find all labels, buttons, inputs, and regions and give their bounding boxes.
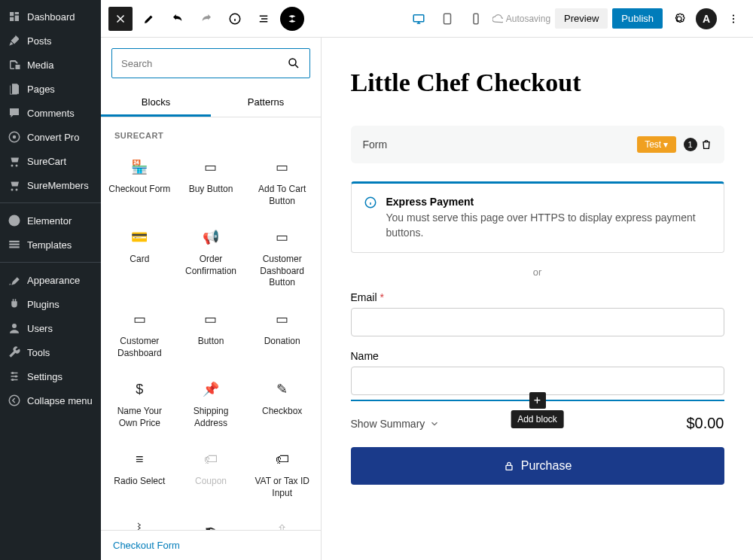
cart-badge[interactable]: 1	[684, 138, 712, 151]
sidebar-item-dashboard[interactable]: Dashboard	[0, 5, 101, 29]
preview-button[interactable]: Preview	[555, 8, 608, 29]
sidebar-label: Appearance	[27, 275, 80, 286]
add-block-button[interactable]: +	[529, 392, 546, 409]
search-input[interactable]	[121, 58, 287, 69]
block-name-your-own-price[interactable]: $Name Your Own Price	[104, 370, 175, 440]
email-field[interactable]	[351, 308, 724, 336]
block-icon: ▭	[202, 158, 220, 176]
block-checkbox[interactable]: ✎Checkbox	[246, 370, 318, 440]
mobile-view-icon[interactable]	[464, 7, 488, 31]
info-button[interactable]	[223, 7, 247, 31]
sidebar-item-templates[interactable]: Templates	[0, 233, 101, 257]
sidebar-item-pages[interactable]: Pages	[0, 77, 101, 101]
settings-icon[interactable]	[667, 7, 691, 31]
more-options-icon[interactable]	[721, 7, 745, 31]
block-customer-dashboard[interactable]: ▭Customer Dashboard	[104, 300, 175, 370]
breadcrumb[interactable]: Checkout Form	[101, 530, 321, 560]
tab-patterns[interactable]: Patterns	[211, 89, 321, 117]
or-divider: or	[351, 266, 724, 278]
sidebar-label: Collapse menu	[27, 395, 93, 406]
block-label: Name Your Own Price	[107, 406, 172, 429]
block-checkout-form[interactable]: 🏪Checkout Form	[104, 148, 175, 218]
express-text: You must serve this page over HTTPS to d…	[386, 210, 712, 241]
wp-admin-sidebar: Dashboard Posts Media Pages Comments Con…	[0, 0, 101, 560]
add-block-tooltip: Add block	[511, 410, 564, 428]
sidebar-item-tools[interactable]: Tools	[0, 340, 101, 364]
autosave-status: Autosaving	[492, 14, 550, 24]
svg-point-1	[13, 135, 17, 139]
block-add-to-cart-button[interactable]: ▭Add To Cart Button	[246, 148, 318, 218]
page-title[interactable]: Little Chef Checkout	[351, 68, 724, 99]
desktop-view-icon[interactable]	[407, 7, 431, 31]
search-icon	[287, 56, 300, 70]
svg-point-6	[11, 379, 14, 381]
astra-icon[interactable]: A	[696, 8, 717, 29]
sidebar-item-suremembers[interactable]: SureMembers	[0, 173, 101, 197]
block-express-payment[interactable]: ⇧Express Payment	[246, 510, 318, 530]
edit-button[interactable]	[137, 7, 161, 31]
sidebar-item-media[interactable]: Media	[0, 53, 101, 77]
purchase-button[interactable]: Purchase	[351, 447, 724, 485]
sidebar-item-collapse[interactable]: Collapse menu	[0, 388, 101, 412]
block-label: Buy Button	[189, 184, 233, 196]
section-surecart: SURECART	[104, 126, 318, 148]
block-customer-dashboard-button[interactable]: ▭Customer Dashboard Button	[246, 218, 318, 300]
block-coupon[interactable]: 🏷Coupon	[175, 440, 247, 510]
block-donation[interactable]: ▭Donation	[246, 300, 318, 370]
sidebar-label: Templates	[27, 239, 72, 251]
block-editor: Autosaving Preview Publish A Blocks Patt…	[101, 0, 753, 560]
block-label: Add To Cart Button	[249, 184, 315, 207]
sidebar-item-posts[interactable]: Posts	[0, 29, 101, 53]
tablet-view-icon[interactable]	[435, 7, 459, 31]
name-field[interactable]	[351, 367, 724, 395]
surecart-icon[interactable]	[280, 7, 304, 31]
tab-blocks[interactable]: Blocks	[101, 89, 211, 117]
sidebar-label: Users	[27, 323, 53, 334]
form-block-header[interactable]: Form Test ▾ 1	[351, 126, 724, 163]
block-divider[interactable]: ⦚Divider	[104, 510, 175, 530]
undo-button[interactable]	[166, 7, 190, 31]
sidebar-item-users[interactable]: Users	[0, 316, 101, 340]
block-email[interactable]: ✒Email	[175, 510, 247, 530]
block-card[interactable]: 💳Card	[104, 218, 175, 300]
show-summary-toggle[interactable]: Show Summary	[351, 418, 441, 430]
block-icon: 📢	[202, 228, 220, 246]
block-button[interactable]: ▭Button	[175, 300, 247, 370]
block-icon: ▭	[273, 310, 291, 328]
block-vat-or-tax-id-input[interactable]: 🏷VAT or Tax ID Input	[246, 440, 318, 510]
block-icon: ≡	[130, 450, 148, 468]
sidebar-item-elementor[interactable]: Elementor	[0, 208, 101, 233]
bag-icon	[700, 138, 712, 151]
sidebar-item-plugins[interactable]: Plugins	[0, 292, 101, 316]
svg-rect-17	[506, 466, 512, 470]
sidebar-item-comments[interactable]: Comments	[0, 101, 101, 125]
search-input-wrapper[interactable]	[111, 48, 310, 78]
sidebar-item-settings[interactable]: Settings	[0, 364, 101, 388]
sidebar-item-appearance[interactable]: Appearance	[0, 268, 101, 292]
svg-point-12	[733, 14, 734, 16]
close-inserter-button[interactable]	[108, 7, 133, 31]
redo-button[interactable]	[194, 7, 218, 31]
sidebar-label: Dashboard	[27, 11, 75, 23]
publish-button[interactable]: Publish	[612, 8, 663, 29]
block-label: Radio Select	[114, 476, 165, 488]
test-mode-button[interactable]: Test ▾	[637, 136, 675, 153]
sidebar-label: Convert Pro	[27, 132, 79, 143]
block-icon: ✎	[273, 380, 291, 398]
block-radio-select[interactable]: ≡Radio Select	[104, 440, 175, 510]
block-order-confirmation[interactable]: 📢Order Confirmation	[175, 218, 247, 300]
sidebar-item-convertpro[interactable]: Convert Pro	[0, 125, 101, 149]
block-shipping-address[interactable]: 📌Shipping Address	[175, 370, 247, 440]
block-icon: 📌	[202, 380, 220, 398]
block-label: Coupon	[195, 476, 227, 488]
block-insertion-point: + Add block	[351, 400, 724, 401]
block-buy-button[interactable]: ▭Buy Button	[175, 148, 247, 218]
sidebar-label: Pages	[27, 84, 55, 95]
sidebar-label: Posts	[27, 35, 52, 47]
block-icon: ⇧	[273, 521, 291, 530]
block-label: Button	[198, 336, 224, 348]
outline-button[interactable]	[252, 7, 276, 31]
block-icon: 🏷	[273, 450, 291, 468]
sidebar-item-surecart[interactable]: SureCart	[0, 149, 101, 173]
svg-rect-10	[444, 14, 450, 24]
